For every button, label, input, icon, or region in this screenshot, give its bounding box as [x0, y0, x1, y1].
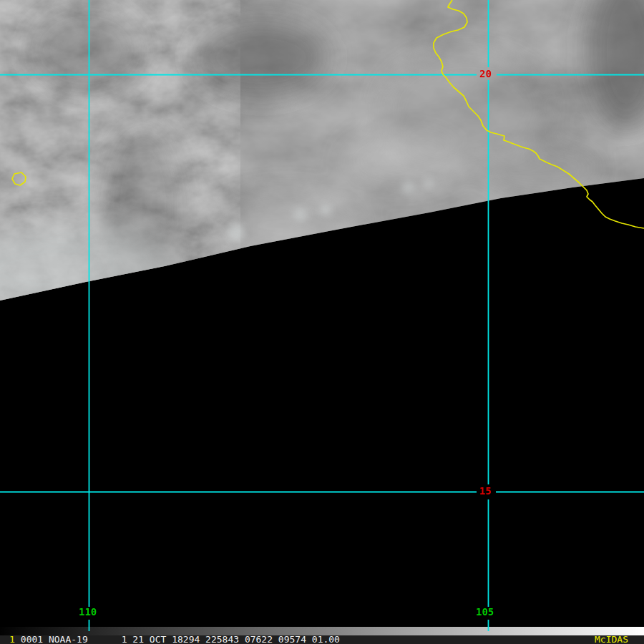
- latlon-grid: [0, 0, 644, 631]
- longitude-label-110: 110: [79, 608, 97, 616]
- satellite-image: [0, 0, 644, 315]
- mcidas-window: 20 15 110 105 1 0001 NOAA-19 1 21 OCT 18…: [0, 0, 644, 644]
- longitude-label-105: 105: [476, 608, 494, 616]
- frame-number: 1: [0, 635, 15, 644]
- coastline-path: [434, 0, 644, 228]
- display-background: [0, 0, 644, 627]
- latitude-label-20: 20: [479, 69, 492, 78]
- mcidas-brand-text: McIDAS: [595, 635, 628, 644]
- island-outline: [12, 172, 26, 185]
- latitude-label-15: 15: [479, 487, 492, 495]
- status-bar: 1 0001 NOAA-19 1 21 OCT 18294 225843 076…: [0, 635, 644, 644]
- image-label-text: 0001 NOAA-19 1 21 OCT 18294 225843 07622…: [15, 635, 340, 644]
- satellite-display[interactable]: [0, 0, 644, 644]
- map-overlay: [12, 0, 644, 228]
